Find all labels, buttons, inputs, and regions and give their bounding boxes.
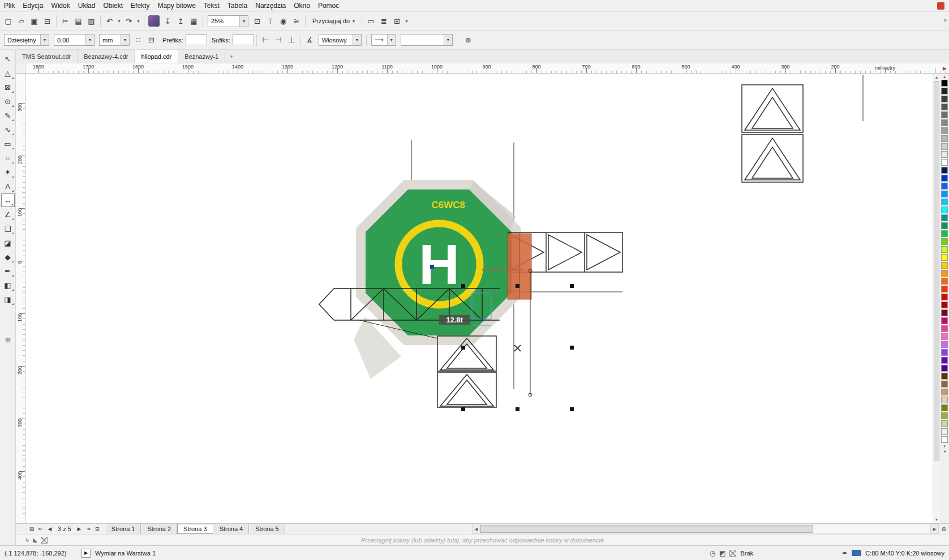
menu-item[interactable]: Układ [74, 0, 100, 11]
menu-item[interactable]: Plik [0, 0, 19, 11]
cut-icon[interactable]: ✂ [59, 15, 72, 28]
document-tab[interactable]: hliopad.cdr [135, 50, 178, 63]
color-swatch[interactable] [941, 436, 948, 443]
next-page-icon[interactable]: ▶ [75, 526, 84, 532]
menu-item[interactable]: Tabela [224, 0, 251, 11]
undo-icon[interactable]: ↶ [103, 15, 116, 28]
document-tab[interactable]: Beznazwy-1 [178, 50, 225, 63]
color-swatch[interactable] [941, 309, 948, 316]
horizontal-scrollbar-track[interactable] [480, 524, 930, 534]
dual-dimensions-icon[interactable]: ⊟ [145, 33, 158, 46]
color-swatch[interactable] [941, 80, 948, 87]
outline-pen-icon[interactable]: ✒ [842, 549, 848, 557]
menu-item[interactable]: Efekty [127, 0, 153, 11]
prefix-input[interactable] [186, 35, 207, 45]
scroll-up-icon[interactable]: ▲ [933, 74, 940, 81]
color-swatch[interactable] [941, 317, 948, 324]
color-swatch[interactable] [941, 262, 948, 269]
scroll-right-icon[interactable]: ▶ [930, 524, 939, 534]
color-swatch[interactable] [941, 349, 948, 356]
transparency-tool[interactable]: ◪ [1, 236, 15, 249]
freehand-tool[interactable]: ✎ [1, 109, 15, 122]
color-swatch[interactable] [941, 104, 948, 110]
show-units-icon[interactable]: ∷ [132, 33, 145, 46]
export-icon[interactable]: ↥ [174, 15, 187, 28]
color-swatch[interactable] [941, 428, 948, 435]
object-details-icon[interactable]: ▶ [81, 549, 91, 558]
menu-item[interactable]: Okno [290, 0, 314, 11]
dimension-tool[interactable]: ↔ [1, 193, 15, 207]
color-swatch[interactable] [941, 341, 948, 348]
fill-color-icon[interactable]: ◩ [719, 549, 725, 557]
page-tab[interactable]: Strona 1 [105, 524, 141, 534]
color-swatch[interactable] [941, 167, 948, 174]
color-swatch[interactable] [941, 294, 948, 300]
corel-launcher-icon[interactable] [148, 15, 160, 27]
color-swatch[interactable] [941, 175, 948, 182]
new-document-icon[interactable]: ▢ [2, 15, 15, 28]
menu-item[interactable]: Mapy bitowe [153, 0, 199, 11]
fill-tool[interactable]: ◧ [1, 278, 15, 292]
import-icon[interactable]: ↧ [161, 15, 174, 28]
color-swatch[interactable] [941, 159, 948, 166]
suffix-input[interactable] [233, 35, 254, 45]
extension-lines-icon[interactable]: ⊣ [272, 33, 285, 46]
color-swatch[interactable] [941, 246, 948, 253]
rectangle-tool[interactable]: ▭ [1, 137, 15, 150]
color-swatch[interactable] [941, 230, 948, 237]
text-tool[interactable]: A [1, 179, 15, 193]
dimension-units-select[interactable]: mm ▾ [99, 34, 130, 46]
color-swatch[interactable] [941, 88, 948, 94]
zoom-tool[interactable]: ⊙ [1, 94, 15, 108]
drop-shadow-tool[interactable]: ❑ [1, 222, 15, 235]
fullscreen-preview-icon[interactable]: ⊡ [251, 15, 264, 28]
redo-icon[interactable]: ↷ [122, 15, 135, 28]
vertical-ruler[interactable]: 3002001000100200300400 [16, 74, 25, 523]
menu-item[interactable]: Tekst [200, 0, 224, 11]
arrowhead-select[interactable]: ⟶ ▾ [371, 34, 396, 46]
outline-angle-icon[interactable]: ∡ [303, 33, 316, 46]
page-tab[interactable]: Strona 4 [213, 524, 250, 534]
menu-item[interactable]: Edycja [19, 0, 47, 11]
color-swatch[interactable] [941, 143, 948, 150]
dimension-precision-select[interactable]: 0.00 ▾ [54, 34, 95, 46]
color-swatch[interactable] [941, 420, 948, 427]
menu-item[interactable]: Obiekt [99, 0, 127, 11]
add-tools-icon[interactable]: ⊕ [0, 335, 16, 344]
horizontal-scrollbar-thumb[interactable] [480, 525, 813, 533]
document-tab[interactable]: TMS Seatrout.cdr [16, 50, 78, 63]
horizontal-scrollbar[interactable]: ◀ ▶ [472, 524, 939, 534]
scroll-down-icon[interactable]: ▼ [933, 516, 940, 523]
document-tab[interactable]: Beznazwy-4.cdr [78, 50, 135, 63]
page-tab[interactable]: Strona 2 [141, 524, 177, 534]
color-swatch[interactable] [941, 357, 948, 364]
outline-color-swatch[interactable] [852, 550, 861, 556]
vertical-scrollbar-thumb[interactable] [934, 81, 939, 460]
ruler-origin-corner[interactable] [16, 63, 25, 73]
dynamic-dimensioning-icon[interactable]: ⊢ [259, 33, 272, 46]
interactive-fill-tool[interactable]: ◨ [1, 292, 15, 306]
save-icon[interactable]: ▣ [28, 15, 41, 28]
menu-item[interactable]: Pomoc [314, 0, 343, 11]
color-swatch[interactable] [941, 199, 948, 205]
horizontal-ruler-track[interactable]: milimetry ▶ 1800170016001500140013001200… [25, 63, 949, 73]
undo-dropdown-icon[interactable]: ▾ [116, 15, 122, 28]
page-tab[interactable]: Strona 3 [177, 524, 213, 534]
crop-tool[interactable]: ⊠ [1, 80, 15, 94]
open-icon[interactable]: ▱ [15, 15, 28, 28]
color-swatch[interactable] [941, 301, 948, 308]
text-position-icon[interactable]: ⊥ [285, 33, 298, 46]
zoom-corner-icon[interactable]: ⊕ [939, 524, 949, 534]
document-info-icon[interactable]: ◷ [710, 549, 715, 557]
account-icon[interactable] [937, 2, 944, 10]
color-swatch[interactable] [941, 222, 948, 229]
color-swatch[interactable] [941, 135, 948, 142]
add-page-icon[interactable]: ⊞ [93, 526, 102, 532]
color-swatch[interactable] [941, 389, 948, 395]
page-setup-icon[interactable]: ▤ [27, 526, 36, 532]
page-tab[interactable]: Strona 5 [249, 524, 285, 534]
publish-pdf-icon[interactable]: ▦ [187, 15, 200, 28]
ellipse-tool[interactable]: ○ [1, 151, 15, 165]
color-swatch[interactable] [941, 404, 948, 411]
color-swatch[interactable] [941, 397, 948, 403]
